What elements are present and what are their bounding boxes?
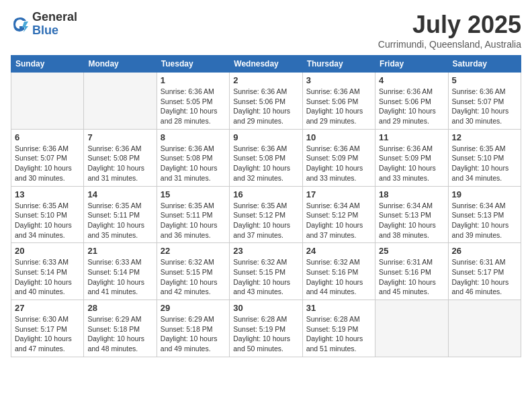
calendar-cell: 3Sunrise: 6:36 AMSunset: 5:06 PMDaylight…	[302, 73, 375, 130]
day-info: Sunrise: 6:35 AMSunset: 5:11 PMDaylight:…	[87, 201, 152, 240]
day-info: Sunrise: 6:36 AMSunset: 5:07 PMDaylight:…	[15, 144, 80, 183]
calendar-cell: 1Sunrise: 6:36 AMSunset: 5:05 PMDaylight…	[157, 73, 229, 130]
day-number: 29	[161, 303, 226, 313]
calendar-cell: 15Sunrise: 6:35 AMSunset: 5:11 PMDayligh…	[157, 186, 229, 243]
calendar-cell: 16Sunrise: 6:35 AMSunset: 5:12 PMDayligh…	[230, 186, 302, 243]
logo: General Blue	[11, 11, 77, 38]
day-number: 11	[379, 132, 444, 142]
day-number: 18	[379, 189, 444, 199]
day-info: Sunrise: 6:36 AMSunset: 5:08 PMDaylight:…	[87, 144, 152, 183]
calendar-table: SundayMondayTuesdayWednesdayThursdayFrid…	[11, 55, 521, 357]
calendar-cell: 2Sunrise: 6:36 AMSunset: 5:06 PMDaylight…	[230, 73, 302, 130]
day-info: Sunrise: 6:35 AMSunset: 5:10 PMDaylight:…	[15, 201, 80, 240]
day-number: 22	[161, 246, 226, 256]
day-number: 5	[452, 75, 517, 85]
day-info: Sunrise: 6:36 AMSunset: 5:05 PMDaylight:…	[161, 87, 226, 126]
week-row-5: 27Sunrise: 6:30 AMSunset: 5:17 PMDayligh…	[11, 300, 521, 357]
day-info: Sunrise: 6:29 AMSunset: 5:18 PMDaylight:…	[87, 314, 152, 354]
calendar-cell: 17Sunrise: 6:34 AMSunset: 5:12 PMDayligh…	[302, 186, 375, 243]
logo-general: General	[32, 11, 77, 24]
day-number: 19	[452, 189, 517, 199]
header-friday: Friday	[375, 56, 448, 73]
day-number: 6	[15, 132, 80, 142]
day-info: Sunrise: 6:32 AMSunset: 5:15 PMDaylight:…	[233, 257, 298, 297]
day-number: 30	[233, 303, 298, 313]
day-number: 14	[87, 189, 152, 199]
calendar-cell: 12Sunrise: 6:35 AMSunset: 5:10 PMDayligh…	[448, 129, 521, 186]
day-info: Sunrise: 6:35 AMSunset: 5:10 PMDaylight:…	[452, 144, 517, 183]
header-wednesday: Wednesday	[230, 56, 302, 73]
calendar-cell: 9Sunrise: 6:36 AMSunset: 5:08 PMDaylight…	[230, 129, 302, 186]
calendar-cell: 23Sunrise: 6:32 AMSunset: 5:15 PMDayligh…	[230, 243, 302, 300]
header-thursday: Thursday	[302, 56, 375, 73]
calendar-cell: 20Sunrise: 6:33 AMSunset: 5:14 PMDayligh…	[11, 243, 84, 300]
day-info: Sunrise: 6:36 AMSunset: 5:08 PMDaylight:…	[161, 144, 226, 183]
calendar-cell: 19Sunrise: 6:34 AMSunset: 5:13 PMDayligh…	[448, 186, 521, 243]
day-number: 28	[87, 303, 152, 313]
calendar-cell: 10Sunrise: 6:36 AMSunset: 5:09 PMDayligh…	[302, 129, 375, 186]
calendar-cell: 13Sunrise: 6:35 AMSunset: 5:10 PMDayligh…	[11, 186, 84, 243]
day-number: 31	[306, 303, 371, 313]
day-info: Sunrise: 6:36 AMSunset: 5:07 PMDaylight:…	[452, 87, 517, 126]
day-number: 26	[452, 246, 517, 256]
day-info: Sunrise: 6:34 AMSunset: 5:13 PMDaylight:…	[452, 201, 517, 240]
week-row-1: 1Sunrise: 6:36 AMSunset: 5:05 PMDaylight…	[11, 73, 521, 130]
day-number: 24	[306, 246, 371, 256]
day-number: 4	[379, 75, 444, 85]
day-number: 15	[161, 189, 226, 199]
logo-blue: Blue	[32, 24, 77, 38]
day-info: Sunrise: 6:36 AMSunset: 5:06 PMDaylight:…	[306, 87, 371, 126]
logo-icon	[11, 15, 30, 34]
day-number: 10	[306, 132, 371, 142]
calendar-cell: 14Sunrise: 6:35 AMSunset: 5:11 PMDayligh…	[84, 186, 157, 243]
day-info: Sunrise: 6:35 AMSunset: 5:11 PMDaylight:…	[161, 201, 226, 240]
day-number: 16	[233, 189, 298, 199]
title-month: July 2025	[378, 11, 521, 39]
header-sunday: Sunday	[11, 56, 84, 73]
day-number: 1	[161, 75, 226, 85]
calendar-cell: 27Sunrise: 6:30 AMSunset: 5:17 PMDayligh…	[11, 300, 84, 357]
header-saturday: Saturday	[448, 56, 521, 73]
page-header: General Blue July 2025 Currimundi, Queen…	[11, 11, 521, 50]
day-number: 17	[306, 189, 371, 199]
logo-text: General Blue	[32, 11, 77, 38]
day-info: Sunrise: 6:34 AMSunset: 5:12 PMDaylight:…	[306, 201, 371, 240]
day-number: 7	[87, 132, 152, 142]
day-info: Sunrise: 6:32 AMSunset: 5:16 PMDaylight:…	[306, 257, 371, 297]
calendar-cell: 21Sunrise: 6:33 AMSunset: 5:14 PMDayligh…	[84, 243, 157, 300]
calendar-cell: 11Sunrise: 6:36 AMSunset: 5:09 PMDayligh…	[375, 129, 448, 186]
day-info: Sunrise: 6:29 AMSunset: 5:18 PMDaylight:…	[161, 314, 226, 354]
week-row-4: 20Sunrise: 6:33 AMSunset: 5:14 PMDayligh…	[11, 243, 521, 300]
calendar-cell: 18Sunrise: 6:34 AMSunset: 5:13 PMDayligh…	[375, 186, 448, 243]
day-number: 23	[233, 246, 298, 256]
day-number: 27	[15, 303, 80, 313]
day-number: 9	[233, 132, 298, 142]
calendar-cell	[84, 73, 157, 130]
day-info: Sunrise: 6:36 AMSunset: 5:06 PMDaylight:…	[233, 87, 298, 126]
day-info: Sunrise: 6:35 AMSunset: 5:12 PMDaylight:…	[233, 201, 298, 240]
week-row-3: 13Sunrise: 6:35 AMSunset: 5:10 PMDayligh…	[11, 186, 521, 243]
calendar-cell	[448, 300, 521, 357]
day-number: 20	[15, 246, 80, 256]
calendar-cell: 4Sunrise: 6:36 AMSunset: 5:06 PMDaylight…	[375, 73, 448, 130]
calendar-cell: 6Sunrise: 6:36 AMSunset: 5:07 PMDaylight…	[11, 129, 84, 186]
calendar-header-row: SundayMondayTuesdayWednesdayThursdayFrid…	[11, 56, 521, 73]
calendar-cell: 28Sunrise: 6:29 AMSunset: 5:18 PMDayligh…	[84, 300, 157, 357]
day-info: Sunrise: 6:36 AMSunset: 5:06 PMDaylight:…	[379, 87, 444, 126]
day-info: Sunrise: 6:30 AMSunset: 5:17 PMDaylight:…	[15, 314, 80, 354]
header-tuesday: Tuesday	[157, 56, 229, 73]
day-number: 3	[306, 75, 371, 85]
day-number: 12	[452, 132, 517, 142]
calendar-cell: 24Sunrise: 6:32 AMSunset: 5:16 PMDayligh…	[302, 243, 375, 300]
title-location: Currimundi, Queensland, Australia	[378, 39, 521, 50]
calendar-cell: 31Sunrise: 6:28 AMSunset: 5:19 PMDayligh…	[302, 300, 375, 357]
day-number: 21	[87, 246, 152, 256]
day-info: Sunrise: 6:31 AMSunset: 5:16 PMDaylight:…	[379, 257, 444, 297]
day-number: 13	[15, 189, 80, 199]
day-number: 2	[233, 75, 298, 85]
calendar-cell: 26Sunrise: 6:31 AMSunset: 5:17 PMDayligh…	[448, 243, 521, 300]
calendar-cell: 22Sunrise: 6:32 AMSunset: 5:15 PMDayligh…	[157, 243, 229, 300]
header-monday: Monday	[84, 56, 157, 73]
calendar-cell: 25Sunrise: 6:31 AMSunset: 5:16 PMDayligh…	[375, 243, 448, 300]
day-info: Sunrise: 6:36 AMSunset: 5:08 PMDaylight:…	[233, 144, 298, 183]
